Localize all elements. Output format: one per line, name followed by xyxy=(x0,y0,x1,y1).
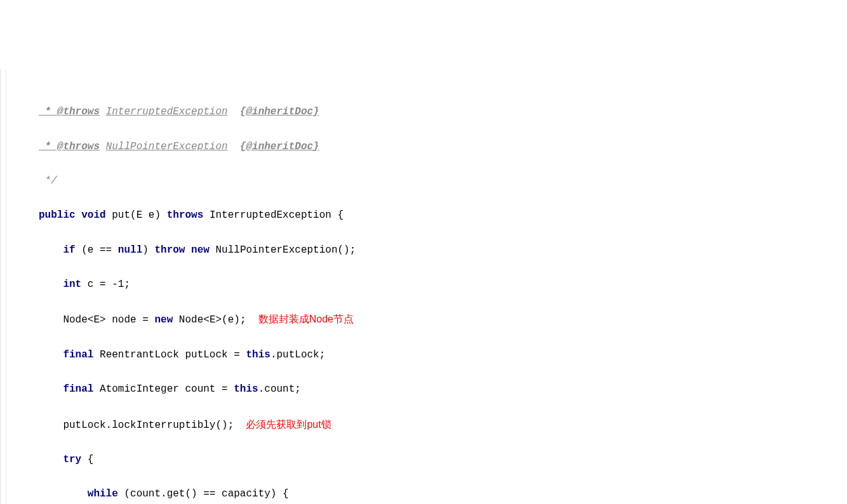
code-line: try { xyxy=(13,451,847,468)
code-line: * @throws NullPointerException {@inherit… xyxy=(13,138,847,156)
code-line: */ xyxy=(13,173,847,190)
code-line: final ReentrantLock putLock = this.putLo… xyxy=(13,347,847,364)
code-line: final AtomicInteger count = this.count; xyxy=(13,381,847,398)
code-line: while (count.get() == capacity) { xyxy=(13,486,847,503)
code-editor[interactable]: * @throws InterruptedException {@inherit… xyxy=(0,69,847,504)
annotation-text: 数据封装成Node节点 xyxy=(258,314,354,324)
code-line: public void put(E e) throws InterruptedE… xyxy=(13,207,847,224)
annotation-text: 必须先获取到put锁 xyxy=(246,419,331,430)
code-line: putLock.lockInterruptibly(); 必须先获取到put锁 xyxy=(13,416,847,434)
gutter-border xyxy=(6,69,6,504)
code-line: * @throws InterruptedException {@inherit… xyxy=(13,103,847,121)
code-line: int c = -1; xyxy=(13,276,847,293)
code-line: Node<E> node = new Node<E>(e); 数据封装成Node… xyxy=(13,310,847,329)
code-line: if (e == null) throw new NullPointerExce… xyxy=(13,242,847,259)
